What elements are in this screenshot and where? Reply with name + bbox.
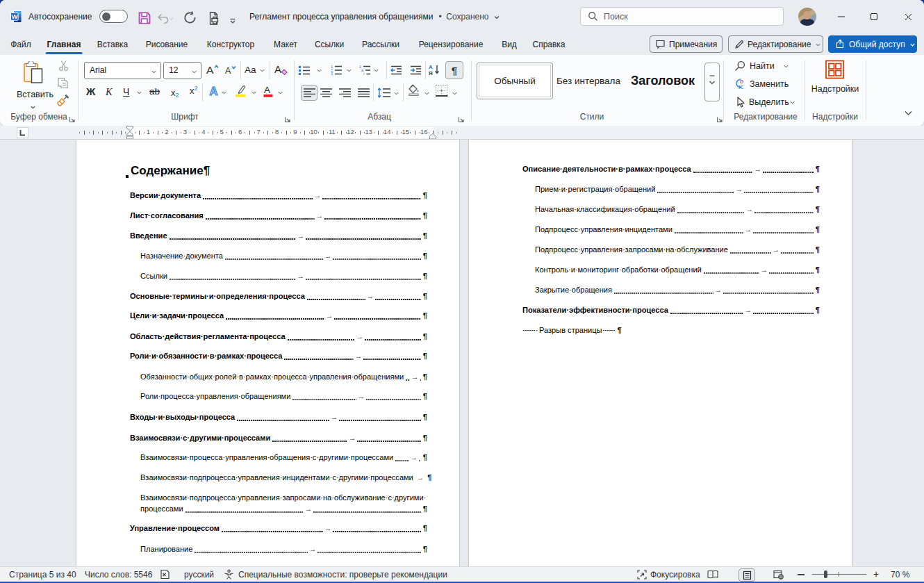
svg-text:i: i — [363, 72, 364, 75]
svg-text:A: A — [225, 66, 231, 76]
svg-text:A: A — [210, 85, 218, 97]
svg-text:c: c — [741, 83, 744, 90]
svg-text:Я: Я — [429, 70, 433, 76]
svg-text:A: A — [274, 63, 281, 75]
svg-text:3: 3 — [331, 72, 333, 75]
svg-text:А: А — [264, 85, 270, 95]
svg-text:A: A — [206, 64, 214, 76]
svg-text:W: W — [11, 13, 17, 20]
